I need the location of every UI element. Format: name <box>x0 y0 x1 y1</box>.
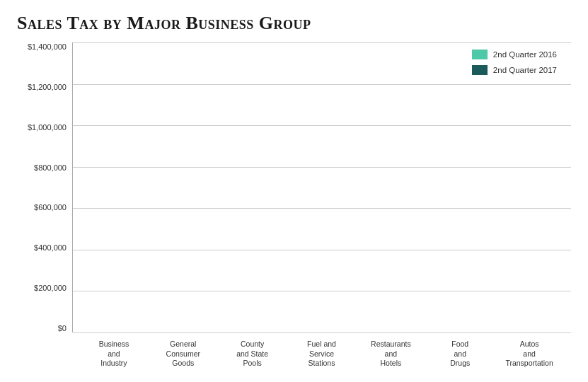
legend-item-2016: 2nd Quarter 2016 <box>472 50 557 59</box>
x-axis-label: BusinessandIndustry <box>79 337 149 375</box>
x-axis-label: RestaurantsandHotels <box>356 337 425 375</box>
y-axis-label: $1,400,000 <box>28 42 67 51</box>
x-axis-label: Fuel andServiceStations <box>287 337 357 375</box>
y-axis-label: $200,000 <box>34 284 67 292</box>
legend-item-2017: 2nd Quarter 2017 <box>472 65 557 75</box>
grid-line <box>73 125 571 126</box>
grid-line <box>73 42 571 43</box>
grid-line <box>73 167 571 168</box>
x-axis-label: Countyand StatePools <box>218 337 287 375</box>
y-axis-label: $400,000 <box>34 243 67 252</box>
legend-swatch-2017 <box>472 65 488 75</box>
x-axis-label: FoodandDrugs <box>425 337 495 375</box>
y-axis-label: $800,000 <box>34 163 67 172</box>
legend: 2nd Quarter 2016 2nd Quarter 2017 <box>472 50 557 75</box>
grid-line <box>73 250 571 250</box>
x-axis-label: GeneralConsumerGoods <box>149 337 218 375</box>
x-axis: BusinessandIndustryGeneralConsumerGoodsC… <box>72 332 571 375</box>
y-axis-label: $0 <box>58 324 67 332</box>
grid-line <box>73 332 571 333</box>
legend-label-2017: 2nd Quarter 2017 <box>493 66 557 74</box>
chart-body: $1,400,000$1,200,000$1,000,000$800,000$6… <box>17 42 571 375</box>
grid-and-bars <box>72 42 571 332</box>
x-axis-label: AutosandTransportation <box>495 337 564 375</box>
legend-swatch-2016 <box>472 50 488 59</box>
chart-container: Sales Tax by Major Business Group $1,400… <box>0 0 588 382</box>
bars-area <box>73 42 571 332</box>
y-axis-label: $1,000,000 <box>28 123 67 132</box>
legend-label-2016: 2nd Quarter 2016 <box>493 50 557 59</box>
y-axis-label: $1,200,000 <box>28 83 67 91</box>
y-axis: $1,400,000$1,200,000$1,000,000$800,000$6… <box>17 42 72 375</box>
grid-line <box>73 84 571 85</box>
chart-right: BusinessandIndustryGeneralConsumerGoodsC… <box>72 42 571 375</box>
grid-line <box>73 291 571 291</box>
grid-line <box>73 208 571 209</box>
chart-title: Sales Tax by Major Business Group <box>17 13 571 34</box>
y-axis-label: $600,000 <box>34 203 67 212</box>
